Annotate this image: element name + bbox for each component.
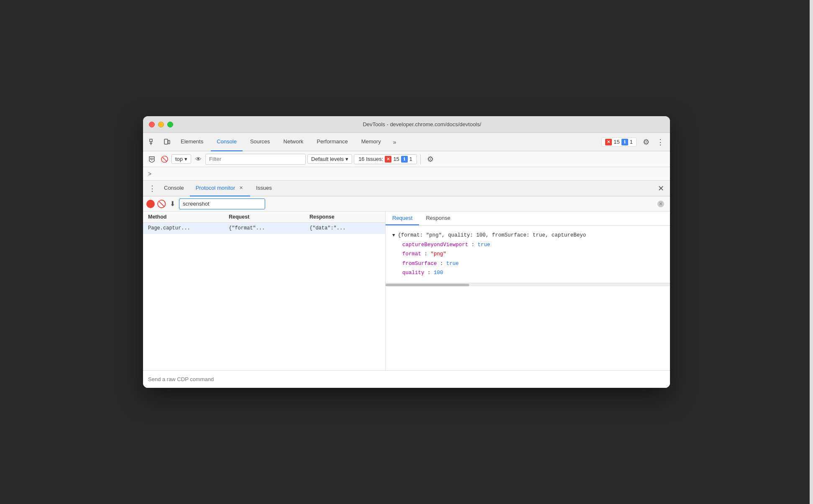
toolbar-divider xyxy=(420,154,421,164)
top-tab-bar: Elements Console Sources Network Perform… xyxy=(143,133,670,151)
issues-error-icon: ✕ xyxy=(385,156,391,163)
console-toolbar: 🚫 top ▾ 👁 Default levels ▾ 16 Issues: ✕ … xyxy=(143,151,670,167)
download-button[interactable]: ⬇ xyxy=(168,200,176,208)
warning-icon: ℹ xyxy=(621,139,628,145)
detail-tab-response[interactable]: Response xyxy=(419,211,457,225)
sub-tab-close-icon[interactable]: ✕ xyxy=(238,185,244,191)
json-key: captureBeyondViewport xyxy=(402,242,468,248)
clear-console-button[interactable] xyxy=(146,154,157,165)
close-button[interactable] xyxy=(149,122,155,127)
sub-tab-console[interactable]: Console xyxy=(158,181,190,196)
window-title: DevTools - developer.chrome.com/docs/dev… xyxy=(180,121,664,127)
json-field-3: quality : 100 xyxy=(402,268,663,278)
block-icon[interactable]: 🚫 xyxy=(159,154,170,165)
default-levels-dropdown[interactable]: Default levels ▾ xyxy=(307,154,352,164)
issues-warning-icon: ℹ xyxy=(401,156,408,163)
svg-rect-4 xyxy=(168,140,170,144)
tab-performance[interactable]: Performance xyxy=(311,133,353,151)
breadcrumb-area: > xyxy=(143,167,670,181)
cell-method: Page.captur... xyxy=(143,223,224,234)
title-bar: DevTools - developer.chrome.com/docs/dev… xyxy=(143,116,670,133)
json-fields: captureBeyondViewport : true format : "p… xyxy=(392,240,663,278)
issues-badge[interactable]: 16 Issues: ✕ 15 ℹ 1 xyxy=(354,154,417,164)
json-field-0: captureBeyondViewport : true xyxy=(402,240,663,250)
close-panel-button[interactable]: ✕ xyxy=(655,183,667,194)
settings-button[interactable]: ⚙ xyxy=(640,136,652,148)
pm-table-panel: Method Request Response Page.captur... {… xyxy=(143,211,386,370)
svg-rect-0 xyxy=(150,139,152,142)
sub-tab-issues[interactable]: Issues xyxy=(250,181,278,196)
protocol-monitor-panel: ⋮ Console Protocol monitor ✕ Issues ✕ 🚫 … xyxy=(143,181,670,388)
col-header-request: Request xyxy=(224,211,304,223)
breadcrumb-arrow[interactable]: > xyxy=(148,171,151,177)
tab-sources[interactable]: Sources xyxy=(244,133,276,151)
table-row[interactable]: Page.captur... {"format"... {"data":"... xyxy=(143,223,385,234)
tab-console[interactable]: Console xyxy=(211,133,243,151)
scrollbar-thumb[interactable] xyxy=(386,284,469,286)
record-button[interactable] xyxy=(146,200,155,208)
devtools-panel: Elements Console Sources Network Perform… xyxy=(143,133,670,388)
pm-split-panel: Method Request Response Page.captur... {… xyxy=(143,211,670,370)
sub-tab-menu-button[interactable]: ⋮ xyxy=(146,183,158,194)
error-count-badge[interactable]: ✕ 15 ℹ 1 xyxy=(601,137,637,147)
json-value-number: 100 xyxy=(434,270,443,276)
sub-tab-protocol-monitor[interactable]: Protocol monitor ✕ xyxy=(190,181,251,196)
json-key: format xyxy=(402,251,421,257)
json-key: fromSurface xyxy=(402,261,437,267)
clear-button[interactable]: 🚫 xyxy=(157,200,166,208)
json-field-1: format : "png" xyxy=(402,249,663,259)
dropdown-arrow-icon: ▾ xyxy=(184,156,187,162)
cell-response: {"data":"... xyxy=(304,223,385,234)
eye-icon[interactable]: 👁 xyxy=(193,154,204,165)
pm-toolbar: 🚫 ⬇ ✕ xyxy=(143,196,670,211)
horizontal-scrollbar[interactable] xyxy=(386,283,670,286)
json-value-bool: true xyxy=(446,261,459,267)
maximize-button[interactable] xyxy=(167,122,173,127)
tab-network[interactable]: Network xyxy=(278,133,309,151)
tab-elements[interactable]: Elements xyxy=(175,133,209,151)
console-settings-button[interactable]: ⚙ xyxy=(424,153,437,165)
minimize-button[interactable] xyxy=(158,122,164,127)
protocol-table: Method Request Response Page.captur... {… xyxy=(143,211,385,234)
more-tabs-button[interactable]: » xyxy=(389,136,401,148)
inspect-element-icon[interactable] xyxy=(146,136,159,148)
json-field-2: fromSurface : true xyxy=(402,259,663,269)
cdp-command-input[interactable] xyxy=(148,376,665,382)
json-arrow-icon: ▼ xyxy=(392,233,398,238)
traffic-lights xyxy=(149,122,173,127)
detail-tabs: Request Response xyxy=(386,211,670,226)
dropdown-arrow-icon: ▾ xyxy=(345,156,348,162)
json-value-bool: true xyxy=(478,242,490,248)
cell-request: {"format"... xyxy=(224,223,304,234)
top-selector-dropdown[interactable]: top ▾ xyxy=(171,154,191,164)
pm-detail-panel: Request Response ▼ {format: "png", quali… xyxy=(386,211,670,370)
more-options-button[interactable]: ⋮ xyxy=(654,136,667,148)
detail-tab-request[interactable]: Request xyxy=(386,211,419,225)
json-key: quality xyxy=(402,270,424,276)
error-icon: ✕ xyxy=(605,139,612,145)
json-value-string: "png" xyxy=(431,251,447,257)
json-root-expandable[interactable]: ▼ {format: "png", quality: 100, fromSurf… xyxy=(392,231,663,240)
tab-memory[interactable]: Memory xyxy=(355,133,387,151)
search-clear-button[interactable]: ✕ xyxy=(657,201,664,207)
json-summary: {format: "png", quality: 100, fromSurfac… xyxy=(398,232,586,238)
col-header-method: Method xyxy=(143,211,224,223)
filter-input[interactable] xyxy=(205,154,306,165)
json-viewer: ▼ {format: "png", quality: 100, fromSurf… xyxy=(386,226,670,283)
svg-rect-3 xyxy=(164,139,168,144)
search-input[interactable] xyxy=(179,199,265,209)
bottom-input-area xyxy=(143,370,670,388)
col-header-response: Response xyxy=(304,211,385,223)
sub-tab-bar: ⋮ Console Protocol monitor ✕ Issues ✕ xyxy=(143,181,670,196)
device-toolbar-icon[interactable] xyxy=(161,136,173,148)
search-wrapper: ✕ xyxy=(179,199,667,209)
